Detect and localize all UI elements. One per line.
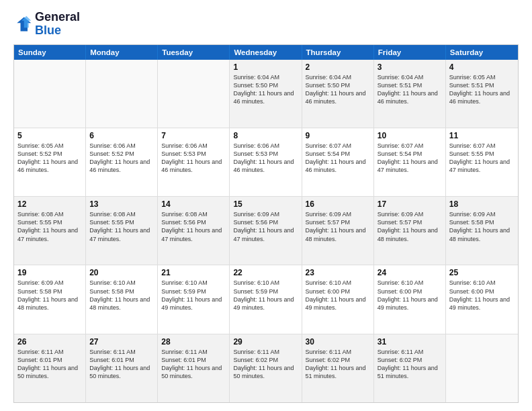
calendar-cell: 17Sunrise: 6:09 AM Sunset: 5:57 PM Dayli… xyxy=(374,197,446,265)
day-number: 7 xyxy=(161,131,226,140)
cell-info: Sunrise: 6:07 AM Sunset: 5:55 PM Dayligh… xyxy=(449,142,515,175)
cell-info: Sunrise: 6:04 AM Sunset: 5:50 PM Dayligh… xyxy=(233,73,298,106)
cell-info: Sunrise: 6:09 AM Sunset: 5:58 PM Dayligh… xyxy=(449,210,515,243)
calendar-row: 12Sunrise: 6:08 AM Sunset: 5:55 PM Dayli… xyxy=(14,197,518,265)
calendar-cell: 2Sunrise: 6:04 AM Sunset: 5:50 PM Daylig… xyxy=(302,60,374,128)
calendar-row: 1Sunrise: 6:04 AM Sunset: 5:50 PM Daylig… xyxy=(14,60,518,128)
day-number: 11 xyxy=(449,131,515,140)
cell-info: Sunrise: 6:05 AM Sunset: 5:52 PM Dayligh… xyxy=(17,142,82,175)
calendar-cell: 20Sunrise: 6:10 AM Sunset: 5:58 PM Dayli… xyxy=(86,265,158,333)
day-number: 15 xyxy=(233,199,298,209)
day-number: 8 xyxy=(233,131,298,140)
cell-info: Sunrise: 6:11 AM Sunset: 6:01 PM Dayligh… xyxy=(17,348,82,381)
day-number: 5 xyxy=(17,131,82,140)
calendar-row: 26Sunrise: 6:11 AM Sunset: 6:01 PM Dayli… xyxy=(14,334,518,402)
day-number: 3 xyxy=(378,62,442,72)
day-number: 28 xyxy=(161,337,226,347)
cell-info: Sunrise: 6:05 AM Sunset: 5:51 PM Dayligh… xyxy=(449,73,515,106)
day-number: 22 xyxy=(233,268,298,277)
calendar-header-cell: Monday xyxy=(86,45,158,60)
cell-info: Sunrise: 6:06 AM Sunset: 5:53 PM Dayligh… xyxy=(161,142,226,175)
calendar-header-cell: Thursday xyxy=(302,45,374,60)
cell-info: Sunrise: 6:04 AM Sunset: 5:51 PM Dayligh… xyxy=(378,73,442,106)
calendar-cell: 4Sunrise: 6:05 AM Sunset: 5:51 PM Daylig… xyxy=(446,60,518,128)
calendar-cell: 6Sunrise: 6:06 AM Sunset: 5:52 PM Daylig… xyxy=(86,128,158,196)
logo-text: General Blue xyxy=(35,11,80,38)
day-number: 19 xyxy=(17,268,82,277)
calendar-cell: 30Sunrise: 6:11 AM Sunset: 6:02 PM Dayli… xyxy=(302,334,374,402)
cell-info: Sunrise: 6:11 AM Sunset: 6:02 PM Dayligh… xyxy=(306,348,370,381)
cell-info: Sunrise: 6:09 AM Sunset: 5:57 PM Dayligh… xyxy=(306,210,370,243)
day-number: 27 xyxy=(89,337,154,347)
day-number: 31 xyxy=(378,337,442,347)
cell-info: Sunrise: 6:07 AM Sunset: 5:54 PM Dayligh… xyxy=(378,142,442,175)
calendar-cell: 15Sunrise: 6:09 AM Sunset: 5:56 PM Dayli… xyxy=(230,197,302,265)
day-number: 14 xyxy=(161,199,226,209)
cell-info: Sunrise: 6:09 AM Sunset: 5:56 PM Dayligh… xyxy=(233,210,298,243)
day-number: 1 xyxy=(233,62,298,72)
cell-info: Sunrise: 6:11 AM Sunset: 6:02 PM Dayligh… xyxy=(378,348,442,381)
cell-info: Sunrise: 6:09 AM Sunset: 5:57 PM Dayligh… xyxy=(378,210,442,243)
calendar-row: 5Sunrise: 6:05 AM Sunset: 5:52 PM Daylig… xyxy=(14,128,518,197)
day-number: 6 xyxy=(89,131,154,140)
page: General Blue SundayMondayTuesdayWednesda… xyxy=(0,0,532,411)
calendar-cell: 29Sunrise: 6:11 AM Sunset: 6:02 PM Dayli… xyxy=(230,334,302,402)
calendar-cell: 27Sunrise: 6:11 AM Sunset: 6:01 PM Dayli… xyxy=(86,334,158,402)
calendar-cell: 25Sunrise: 6:10 AM Sunset: 6:00 PM Dayli… xyxy=(446,265,518,333)
cell-info: Sunrise: 6:11 AM Sunset: 6:01 PM Dayligh… xyxy=(89,348,154,381)
calendar: SundayMondayTuesdayWednesdayThursdayFrid… xyxy=(13,44,519,403)
cell-info: Sunrise: 6:10 AM Sunset: 5:59 PM Dayligh… xyxy=(233,279,298,312)
cell-info: Sunrise: 6:06 AM Sunset: 5:53 PM Dayligh… xyxy=(233,142,298,175)
calendar-cell: 1Sunrise: 6:04 AM Sunset: 5:50 PM Daylig… xyxy=(230,60,302,128)
cell-info: Sunrise: 6:08 AM Sunset: 5:55 PM Dayligh… xyxy=(89,210,154,243)
cell-info: Sunrise: 6:08 AM Sunset: 5:55 PM Dayligh… xyxy=(17,210,82,243)
cell-info: Sunrise: 6:08 AM Sunset: 5:56 PM Dayligh… xyxy=(161,210,226,243)
calendar-cell: 13Sunrise: 6:08 AM Sunset: 5:55 PM Dayli… xyxy=(86,197,158,265)
day-number: 16 xyxy=(306,199,370,209)
calendar-cell: 23Sunrise: 6:10 AM Sunset: 6:00 PM Dayli… xyxy=(302,265,374,333)
day-number: 10 xyxy=(378,131,442,140)
calendar-cell: 28Sunrise: 6:11 AM Sunset: 6:01 PM Dayli… xyxy=(158,334,230,402)
day-number: 21 xyxy=(161,268,226,277)
calendar-cell: 22Sunrise: 6:10 AM Sunset: 5:59 PM Dayli… xyxy=(230,265,302,333)
cell-info: Sunrise: 6:10 AM Sunset: 6:00 PM Dayligh… xyxy=(378,279,442,312)
calendar-row: 19Sunrise: 6:09 AM Sunset: 5:58 PM Dayli… xyxy=(14,265,518,334)
day-number: 4 xyxy=(449,62,515,72)
day-number: 24 xyxy=(378,268,442,277)
calendar-body: 1Sunrise: 6:04 AM Sunset: 5:50 PM Daylig… xyxy=(14,60,518,402)
cell-info: Sunrise: 6:06 AM Sunset: 5:52 PM Dayligh… xyxy=(89,142,154,175)
calendar-cell: 7Sunrise: 6:06 AM Sunset: 5:53 PM Daylig… xyxy=(158,128,230,196)
calendar-cell: 16Sunrise: 6:09 AM Sunset: 5:57 PM Dayli… xyxy=(302,197,374,265)
calendar-cell: 24Sunrise: 6:10 AM Sunset: 6:00 PM Dayli… xyxy=(374,265,446,333)
cell-info: Sunrise: 6:10 AM Sunset: 6:00 PM Dayligh… xyxy=(449,279,515,312)
cell-info: Sunrise: 6:09 AM Sunset: 5:58 PM Dayligh… xyxy=(17,279,82,312)
calendar-cell: 12Sunrise: 6:08 AM Sunset: 5:55 PM Dayli… xyxy=(14,197,86,265)
logo: General Blue xyxy=(13,11,80,38)
calendar-cell: 31Sunrise: 6:11 AM Sunset: 6:02 PM Dayli… xyxy=(374,334,446,402)
day-number: 12 xyxy=(17,199,82,209)
calendar-cell: 19Sunrise: 6:09 AM Sunset: 5:58 PM Dayli… xyxy=(14,265,86,333)
calendar-header-cell: Wednesday xyxy=(230,45,302,60)
calendar-cell: 14Sunrise: 6:08 AM Sunset: 5:56 PM Dayli… xyxy=(158,197,230,265)
calendar-cell: 9Sunrise: 6:07 AM Sunset: 5:54 PM Daylig… xyxy=(302,128,374,196)
day-number: 23 xyxy=(306,268,370,277)
cell-info: Sunrise: 6:07 AM Sunset: 5:54 PM Dayligh… xyxy=(306,142,370,175)
calendar-cell: 10Sunrise: 6:07 AM Sunset: 5:54 PM Dayli… xyxy=(374,128,446,196)
calendar-cell: 11Sunrise: 6:07 AM Sunset: 5:55 PM Dayli… xyxy=(446,128,518,196)
day-number: 26 xyxy=(17,337,82,347)
day-number: 30 xyxy=(306,337,370,347)
day-number: 18 xyxy=(449,199,515,209)
day-number: 9 xyxy=(306,131,370,140)
cell-info: Sunrise: 6:04 AM Sunset: 5:50 PM Dayligh… xyxy=(306,73,370,106)
cell-info: Sunrise: 6:11 AM Sunset: 6:02 PM Dayligh… xyxy=(233,348,298,381)
day-number: 20 xyxy=(89,268,154,277)
cell-info: Sunrise: 6:10 AM Sunset: 5:58 PM Dayligh… xyxy=(89,279,154,312)
calendar-cell-empty xyxy=(14,60,86,128)
day-number: 17 xyxy=(378,199,442,209)
calendar-cell: 8Sunrise: 6:06 AM Sunset: 5:53 PM Daylig… xyxy=(230,128,302,196)
calendar-cell-empty xyxy=(446,334,518,402)
calendar-cell-empty xyxy=(86,60,158,128)
cell-info: Sunrise: 6:10 AM Sunset: 5:59 PM Dayligh… xyxy=(161,279,226,312)
day-number: 25 xyxy=(449,268,515,277)
calendar-cell: 18Sunrise: 6:09 AM Sunset: 5:58 PM Dayli… xyxy=(446,197,518,265)
